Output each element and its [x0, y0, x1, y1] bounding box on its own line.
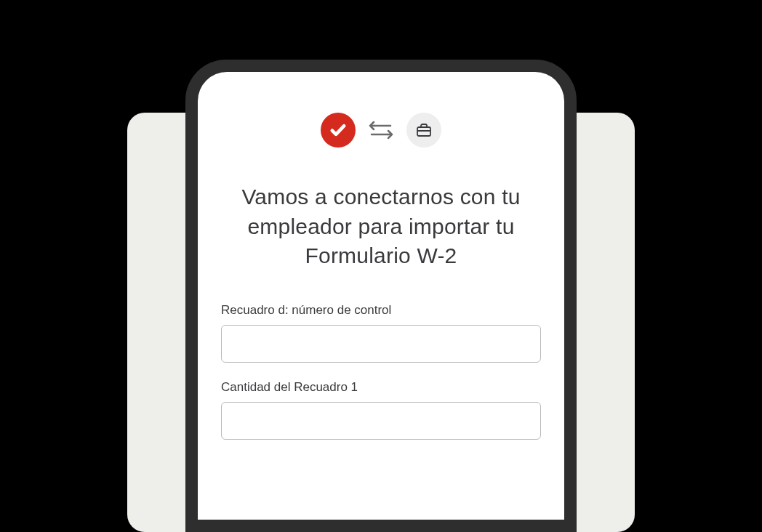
control-number-label: Recuadro d: número de control [221, 303, 541, 318]
form-group-control-number: Recuadro d: número de control [221, 303, 541, 363]
page-heading: Vamos a conectarnos con tu empleador par… [221, 182, 541, 271]
briefcase-icon [415, 121, 433, 139]
app-logo-circle [321, 113, 356, 148]
box1-amount-input[interactable] [221, 402, 541, 440]
form-group-box1-amount: Cantidad del Recuadro 1 [221, 380, 541, 440]
svg-rect-2 [417, 127, 430, 136]
transfer-arrows-icon [369, 121, 393, 140]
box1-amount-label: Cantidad del Recuadro 1 [221, 380, 541, 395]
checkmark-icon [328, 120, 348, 140]
phone-screen: Vamos a conectarnos con tu empleador par… [198, 72, 564, 520]
employer-circle [406, 113, 441, 148]
header-icon-row [221, 113, 541, 148]
control-number-input[interactable] [221, 325, 541, 363]
phone-frame: Vamos a conectarnos con tu empleador par… [185, 60, 577, 532]
